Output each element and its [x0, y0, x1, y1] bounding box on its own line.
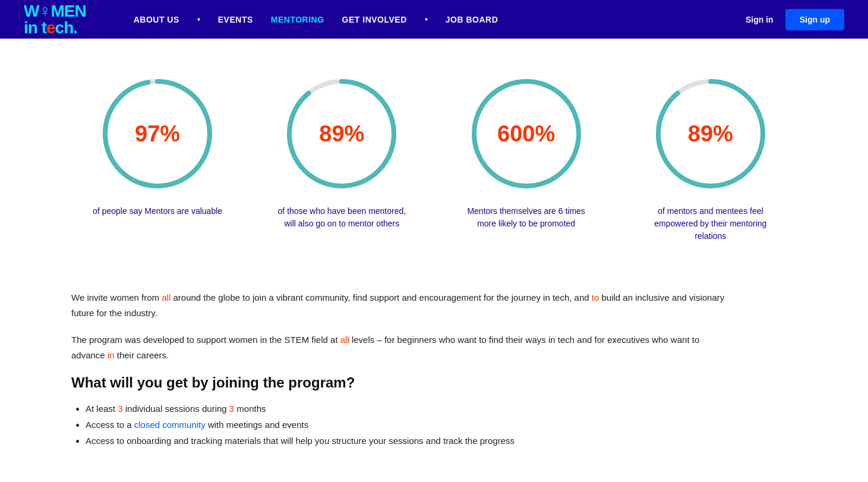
logo[interactable]: W♀MEN in tech.: [24, 3, 86, 36]
bullet-list: At least 3 individual sessions during 3 …: [71, 401, 725, 449]
main-content: 97% of people say Mentors are valuable 8…: [0, 39, 868, 482]
bullet-item-2: Access to a closed community with meetin…: [86, 417, 725, 433]
bullet-item-1: At least 3 individual sessions during 3 …: [86, 401, 725, 417]
program-heading: What will you get by joining the program…: [71, 374, 725, 391]
circle-label-0: of people say Mentors are valuable: [93, 205, 222, 218]
circle-item-1: 89% of those who have been mentored, wil…: [276, 74, 407, 230]
circle-value-2: 600%: [497, 121, 555, 147]
get-involved-chevron-icon: ▾: [425, 16, 428, 23]
sign-in-link[interactable]: Sign in: [746, 15, 774, 24]
sign-up-button[interactable]: Sign up: [785, 9, 844, 30]
circle-container-0: 97%: [98, 74, 217, 193]
bullet-item-3: Access to onboarding and tracking materi…: [86, 433, 725, 449]
circle-item-0: 97% of people say Mentors are valuable: [92, 74, 223, 218]
nav-job-board[interactable]: JOB BOARD: [446, 15, 498, 24]
nav-events[interactable]: EVENTS: [218, 15, 253, 24]
circle-label-1: of those who have been mentored, will al…: [276, 205, 407, 230]
navigation: W♀MEN in tech. ABOUT US ▾ EVENTS MENTORI…: [0, 0, 868, 39]
logo-women: W♀MEN: [24, 3, 86, 20]
circle-item-3: 89% of mentors and mentees feel empowere…: [645, 74, 776, 242]
about-us-chevron-icon: ▾: [197, 16, 200, 23]
nav-get-involved[interactable]: GET INVOLVED: [342, 15, 407, 24]
circle-container-2: 600%: [467, 74, 586, 193]
nav-links: ABOUT US ▾ EVENTS MENTORING GET INVOLVED…: [134, 15, 746, 24]
circles-section: 97% of people say Mentors are valuable 8…: [71, 62, 797, 266]
nav-mentoring[interactable]: MENTORING: [271, 15, 324, 24]
logo-intech: in tech.: [24, 20, 77, 36]
circle-label-2: Mentors themselves are 6 times more like…: [461, 205, 592, 230]
intro-paragraph-2: The program was developed to support wom…: [71, 332, 725, 363]
circle-value-3: 89%: [688, 121, 733, 147]
circle-item-2: 600% Mentors themselves are 6 times more…: [461, 74, 592, 230]
circle-container-3: 89%: [651, 74, 770, 193]
text-section: We invite women from all around the glob…: [71, 266, 725, 461]
circle-label-3: of mentors and mentees feel empowered by…: [645, 205, 776, 242]
circle-container-1: 89%: [282, 74, 401, 193]
intro-paragraph-1: We invite women from all around the glob…: [71, 290, 725, 320]
circle-value-0: 97%: [135, 121, 180, 147]
nav-about-us[interactable]: ABOUT US: [134, 15, 179, 24]
nav-right: Sign in Sign up: [746, 9, 844, 30]
circle-value-1: 89%: [319, 121, 364, 147]
